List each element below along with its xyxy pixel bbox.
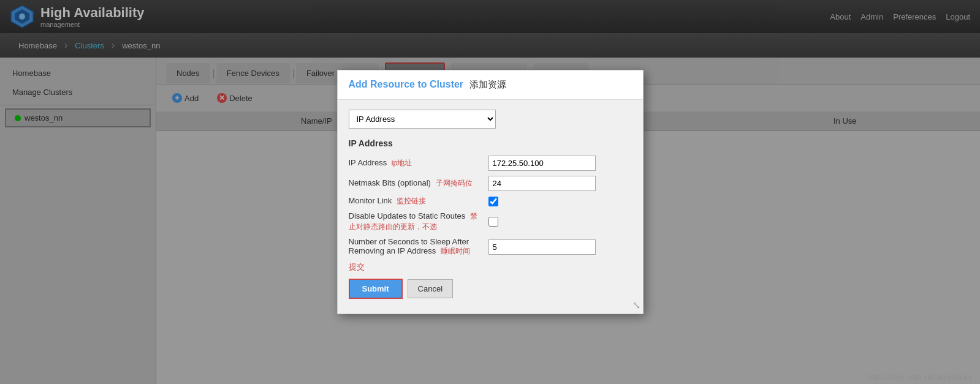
submit-button[interactable]: Submit <box>349 279 403 299</box>
netmask-cn-label: 子网掩码位 <box>436 179 473 187</box>
ip-address-cn-label: ip地址 <box>392 159 412 167</box>
ip-address-label: IP Address ip地址 <box>349 158 484 168</box>
disable-updates-label: Disable Updates to Static Routes 禁止对静态路由… <box>349 211 484 232</box>
modal-section-title: IP Address <box>349 138 632 148</box>
monitor-link-cn-label: 监控链接 <box>397 197 426 205</box>
sleep-seconds-label: Number of Seconds to Sleep After Removin… <box>349 237 484 257</box>
modal-footer: Submit Cancel <box>349 279 632 304</box>
modal-resize-handle[interactable]: ⤡ <box>632 299 640 311</box>
sleep-cn-label: 睡眠时间 <box>441 247 470 255</box>
sleep-seconds-row: Number of Seconds to Sleep After Removin… <box>349 237 632 257</box>
disable-updates-checkbox[interactable] <box>488 217 498 227</box>
submit-cn-label[interactable]: 提交 <box>349 262 632 273</box>
resource-type-select[interactable]: IP Address Script NFS Mount NFS Export S… <box>349 110 496 129</box>
add-resource-modal: Add Resource to Cluster 添加资源 IP Address … <box>337 70 644 314</box>
modal-body: IP Address Script NFS Mount NFS Export S… <box>338 100 643 314</box>
disable-updates-cn-label: 禁止对静态路由的更新，不选 <box>349 212 477 231</box>
monitor-link-checkbox[interactable] <box>488 197 498 206</box>
monitor-link-row: Monitor Link 监控链接 <box>349 196 632 206</box>
modal-title: Add Resource to Cluster <box>349 79 464 89</box>
ip-address-input[interactable] <box>488 156 596 171</box>
netmask-row: Netmask Bits (optional) 子网掩码位 <box>349 176 632 191</box>
modal-overlay: Add Resource to Cluster 添加资源 IP Address … <box>0 0 980 384</box>
monitor-link-label: Monitor Link 监控链接 <box>349 196 484 206</box>
modal-title-bar: Add Resource to Cluster 添加资源 <box>338 70 643 100</box>
sleep-seconds-input[interactable] <box>488 239 596 255</box>
netmask-label: Netmask Bits (optional) 子网掩码位 <box>349 178 484 189</box>
modal-title-cn: 添加资源 <box>469 79 506 89</box>
netmask-input[interactable] <box>488 176 596 191</box>
ip-address-row: IP Address ip地址 <box>349 156 632 171</box>
disable-updates-row: Disable Updates to Static Routes 禁止对静态路由… <box>349 211 632 232</box>
cancel-button[interactable]: Cancel <box>408 279 453 298</box>
